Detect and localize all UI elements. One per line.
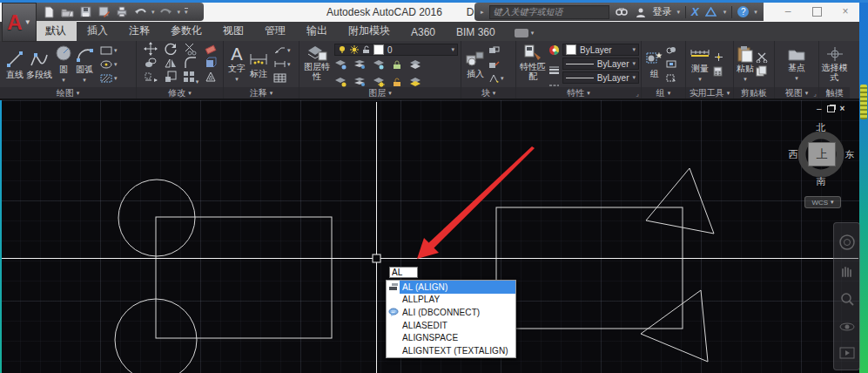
viewcube-west[interactable]: 西 xyxy=(789,148,798,161)
base-point-button[interactable]: 基点 ▾ xyxy=(787,46,806,83)
help-dropdown-icon[interactable]: ▾ xyxy=(754,9,757,16)
exchange-apps-icon[interactable]: X xyxy=(691,5,699,18)
lineweight-icon[interactable] xyxy=(548,62,560,78)
polyline-button[interactable]: 多段线 xyxy=(26,50,52,79)
cut-icon[interactable] xyxy=(756,51,768,64)
group-select-tool-icon[interactable] xyxy=(666,71,676,85)
viewcube-north[interactable]: 北 xyxy=(817,121,826,134)
maximize-button[interactable] xyxy=(804,3,830,20)
rectangle-tool-icon[interactable]: ▾ xyxy=(99,44,118,57)
edit-block-tool-icon[interactable] xyxy=(488,58,504,71)
block-attributes-tool-icon[interactable]: ▾ xyxy=(488,71,504,85)
suggestion-allplay[interactable]: ALLPLAY xyxy=(387,294,515,307)
layer-lock-icon[interactable] xyxy=(392,58,402,73)
layer-select-dropdown[interactable]: 0 ▾ xyxy=(334,44,458,56)
group-edit-tool-icon[interactable] xyxy=(666,58,676,71)
arc-button[interactable]: 圆弧 ▾ xyxy=(75,44,94,85)
leader-tool-icon[interactable]: ▾ xyxy=(273,44,291,57)
layer-properties-button[interactable]: 图层特性 xyxy=(303,44,331,81)
suggestion-ali-dbconnect[interactable]: ALI (DBCONNECT) xyxy=(387,306,515,319)
app-store-icon[interactable] xyxy=(704,5,718,19)
search-input[interactable] xyxy=(489,5,609,19)
app-store-dropdown-icon[interactable]: ▾ xyxy=(723,9,727,16)
scale-tool-icon[interactable] xyxy=(164,70,178,87)
suggestion-aliasedit[interactable]: ALIASEDIT xyxy=(387,319,515,332)
redo-dropdown-icon[interactable]: ▾ xyxy=(178,9,181,16)
tab-insert[interactable]: 插入 xyxy=(77,21,118,41)
offset-tool-icon[interactable] xyxy=(204,70,218,87)
circle-button[interactable]: 圆 ▾ xyxy=(54,44,73,85)
layer-isolate-icon[interactable] xyxy=(353,58,366,73)
insert-block-button[interactable]: 插入 xyxy=(465,51,486,78)
chevron-down-icon[interactable]: ▾ xyxy=(744,74,747,84)
search-icon[interactable] xyxy=(615,5,629,19)
featured-apps-icon[interactable]: ▾ xyxy=(515,29,535,41)
undo-dropdown-icon[interactable]: ▾ xyxy=(151,9,155,16)
new-file-icon[interactable] xyxy=(42,5,56,19)
panel-label-draw[interactable]: 绘图▾ xyxy=(0,87,136,98)
stretch-tool-icon[interactable] xyxy=(144,70,158,87)
viewcube-south[interactable]: 南 xyxy=(817,175,826,188)
qat-customize-icon[interactable]: ▾ xyxy=(185,8,188,16)
panel-label-clipboard[interactable]: 剪贴板 xyxy=(734,87,774,98)
application-menu-button[interactable]: A ▼ xyxy=(2,3,37,42)
doc-close-button[interactable]: × xyxy=(840,104,845,113)
command-input[interactable] xyxy=(389,267,418,278)
doc-minimize-button[interactable]: – xyxy=(817,104,822,113)
point-tool-icon[interactable] xyxy=(713,51,724,64)
open-file-icon[interactable] xyxy=(60,5,74,19)
dimension-button[interactable]: 标注 xyxy=(248,51,269,78)
suggestion-al-align[interactable]: AL (ALIGN) xyxy=(387,281,515,294)
tab-manage[interactable]: 管理 xyxy=(254,21,296,41)
dialog-launcher-icon[interactable]: ⌟ xyxy=(813,90,817,98)
tab-home[interactable]: 默认 xyxy=(35,21,77,41)
help-icon[interactable]: ? xyxy=(737,6,749,17)
redo-icon[interactable] xyxy=(159,5,173,19)
pan-icon[interactable] xyxy=(839,264,855,278)
undo-icon[interactable] xyxy=(133,5,147,19)
sign-in-dropdown-icon[interactable]: ▾ xyxy=(677,9,681,16)
dim-style-tool-icon[interactable]: ▾ xyxy=(273,58,291,71)
paste-button[interactable]: 粘贴 ▾ xyxy=(737,45,754,84)
chevron-down-icon[interactable]: ▾ xyxy=(795,73,798,83)
table-tool-icon[interactable] xyxy=(273,71,291,85)
panel-label-utilities[interactable]: 实用工具▾ xyxy=(686,87,733,98)
hatch-tool-icon[interactable]: ▾ xyxy=(99,71,118,85)
dialog-launcher-icon[interactable]: ⌟ xyxy=(636,90,639,98)
color-wheel-icon[interactable] xyxy=(548,44,560,59)
panel-label-modify[interactable]: 修改▾ xyxy=(137,87,223,98)
zoom-extents-icon[interactable] xyxy=(839,291,855,307)
panel-label-view[interactable]: 视图▾⌟ xyxy=(775,87,818,98)
close-button[interactable]: × xyxy=(832,3,858,20)
chevron-down-icon[interactable]: ▾ xyxy=(235,74,239,84)
panel-label-touch[interactable]: 触摸 xyxy=(819,87,850,98)
panel-label-annotate[interactable]: 注释▾ xyxy=(224,87,299,98)
line-button[interactable]: 直线 xyxy=(5,50,24,79)
panel-label-layers[interactable]: 图层▾ xyxy=(299,87,461,98)
viewcube-east[interactable]: 东 xyxy=(845,148,855,161)
wcs-dropdown[interactable]: WCS▾ xyxy=(804,196,841,208)
suggestion-alignspace[interactable]: ALIGNSPACE xyxy=(387,331,515,344)
layer-freeze-icon[interactable] xyxy=(373,58,385,73)
chevron-down-icon[interactable]: ▾ xyxy=(698,74,702,84)
minimize-button[interactable]: – xyxy=(775,3,801,20)
panel-label-block[interactable]: 块▾ xyxy=(461,87,515,98)
viewcube-top-face[interactable]: 上 xyxy=(808,142,836,166)
tab-bim360[interactable]: BIM 360 xyxy=(446,24,506,41)
suggestion-aligntext[interactable]: ALIGNTEXT (TEXTALIGN) xyxy=(387,344,515,357)
doc-restore-button[interactable] xyxy=(827,105,835,112)
orbit-icon[interactable] xyxy=(838,320,856,334)
tab-parametric[interactable]: 参数化 xyxy=(160,21,212,41)
tab-annotate[interactable]: 注释 xyxy=(118,21,160,41)
tab-addins[interactable]: 附加模块 xyxy=(338,21,400,41)
calculator-icon[interactable] xyxy=(713,64,724,78)
linetype-dropdown[interactable]: ByLayer ▾ xyxy=(562,71,639,84)
array-tool-icon[interactable]: ▾ xyxy=(182,70,199,87)
tab-output[interactable]: 输出 xyxy=(296,21,338,41)
copy-clip-icon[interactable] xyxy=(756,64,768,78)
selection-mode-button[interactable]: 选择模式 xyxy=(820,46,850,82)
save-as-icon[interactable] xyxy=(97,5,111,19)
tab-view[interactable]: 视图 xyxy=(212,21,254,41)
ungroup-tool-icon[interactable] xyxy=(666,44,676,57)
sign-in-button[interactable]: 登录 xyxy=(653,5,672,18)
